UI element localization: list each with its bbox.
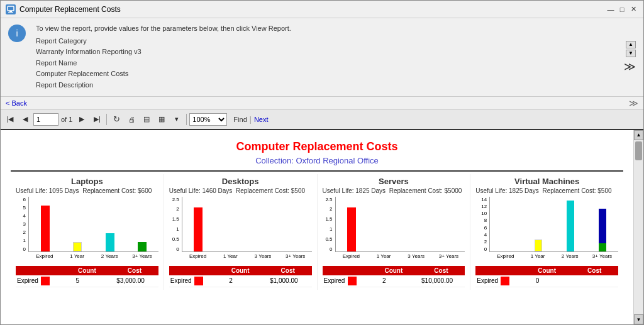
vms-bars <box>489 197 618 252</box>
page-number-input[interactable]: 1 <box>33 113 58 126</box>
x-label-expired: Expired <box>335 253 368 266</box>
count-header: Count <box>370 266 418 275</box>
x-label-1year: 1 Year <box>214 253 247 266</box>
laptops-cost: $3,000.00 <box>104 277 157 284</box>
report-content: Computer Replacement Costs Collection: O… <box>1 130 633 290</box>
scroll-up-arrow[interactable]: ▲ <box>626 41 636 48</box>
export-button[interactable]: ▾ <box>170 113 184 126</box>
report-title: Computer Replacement Costs <box>11 140 623 153</box>
zoom-select[interactable]: 100%75%150% <box>189 113 227 126</box>
desktops-title: Desktops <box>169 177 312 186</box>
view1-button[interactable]: ▤ <box>140 113 153 126</box>
servers-section: Servers Useful Life: 1825 Days Replaceme… <box>318 174 471 290</box>
x-label-2years: 2 Years <box>554 253 586 266</box>
desktops-table: Count Cost Expired 2 $1,000.00 <box>169 266 312 287</box>
expired-label: Expired <box>324 277 348 284</box>
app-icon <box>6 4 16 14</box>
scroll-arrows: ▲ ▼ <box>626 41 636 57</box>
first-page-button[interactable]: |◀ <box>3 113 17 126</box>
vms-section: Virtual Machines Useful Life: 1825 Days … <box>470 174 623 290</box>
last-page-button[interactable]: ▶| <box>90 113 104 126</box>
report-category-label: Report Category <box>36 36 291 47</box>
y-label: 14 <box>481 197 487 202</box>
x-label-2years: 2 Years <box>93 253 126 266</box>
svg-rect-0 <box>8 6 14 11</box>
close-button[interactable]: ✕ <box>628 4 638 14</box>
scroll-up[interactable]: ▲ <box>634 130 643 140</box>
y-label: 4 <box>484 232 487 238</box>
scroll-down-arrow[interactable]: ▼ <box>626 50 636 57</box>
desktops-bars <box>182 197 312 252</box>
scroll-thumb[interactable] <box>635 141 642 160</box>
info-right: ▲ ▼ ≫ <box>624 23 636 91</box>
x-label-3plus: 3+ Years <box>433 253 465 266</box>
back-row: < Back ≫ <box>1 97 643 110</box>
report-desc-label: Report Description <box>36 80 291 91</box>
next-label[interactable]: Next <box>254 116 269 123</box>
report-area: Computer Replacement Costs Collection: O… <box>1 130 643 324</box>
vms-count: 0 <box>511 277 564 284</box>
report-subtitle: Collection: Oxford Regional Office <box>11 156 623 165</box>
y-label: 12 <box>481 204 487 209</box>
x-label-3years: 3 Years <box>247 253 279 266</box>
y-label: 0 <box>176 246 179 252</box>
x-label-3plus: 3+ Years <box>586 253 618 266</box>
main-window: Computer Replacement Costs — □ ✕ i To vi… <box>0 0 644 325</box>
bar-group-1year <box>522 197 554 251</box>
refresh-button[interactable]: ↻ <box>109 113 123 126</box>
expired-swatch <box>194 277 203 285</box>
toolbar-sep-2 <box>186 114 187 125</box>
minimize-button[interactable]: — <box>606 4 616 14</box>
count-header: Count <box>216 266 264 275</box>
find-separator: | <box>250 115 252 124</box>
servers-y-axis: 2.5 2 1.5 1 0.5 0 <box>323 197 334 252</box>
vms-table-header: Count Cost <box>475 266 618 275</box>
y-label: 2 <box>176 206 179 212</box>
fold-icon[interactable]: ≫ <box>624 60 636 74</box>
info-message: To view the report, provide values for t… <box>36 23 291 35</box>
prev-page-button[interactable]: ◀ <box>18 113 32 126</box>
fold-icon-2[interactable]: ≫ <box>629 98 638 108</box>
expired-swatch <box>41 277 50 285</box>
y-label: 2.5 <box>325 197 332 202</box>
laptops-table-header: Count Cost <box>16 266 158 275</box>
find-area: Find | Next <box>233 115 268 124</box>
y-label: 1 <box>176 226 179 232</box>
laptops-info: Useful Life: 1095 Days Replacement Cost:… <box>16 187 158 194</box>
y-label: 0 <box>330 246 332 252</box>
cost-header: Cost <box>111 266 158 275</box>
cost-header: Cost <box>264 266 312 275</box>
view2-button[interactable]: ▦ <box>155 113 169 126</box>
laptops-title: Laptops <box>16 177 158 186</box>
bar-expired <box>347 207 356 251</box>
bar-group-3plus <box>279 197 311 251</box>
y-label: 10 <box>481 211 487 216</box>
laptops-table: Count Cost Expired 5 $3,000.00 <box>16 266 158 287</box>
y-label: 4 <box>23 213 26 219</box>
expired-label: Expired <box>17 277 41 284</box>
print-button[interactable]: 🖨 <box>125 113 138 126</box>
x-label-1year: 1 Year <box>61 253 94 266</box>
bar-2years <box>567 201 574 251</box>
maximize-button[interactable]: □ <box>617 4 627 14</box>
laptops-section: Laptops Useful Life: 1095 Days Replaceme… <box>11 174 164 290</box>
y-label: 3 <box>23 221 26 227</box>
x-label-3years: 3 Years <box>400 253 433 266</box>
y-label: 6 <box>23 197 26 202</box>
x-label-3years: 3+ Years <box>126 253 158 266</box>
servers-table: Count Cost Expired 2 $10,000.00 <box>323 266 465 287</box>
count-header: Count <box>64 266 111 275</box>
servers-bars <box>335 197 465 252</box>
back-link[interactable]: < Back <box>6 99 27 107</box>
bar-green <box>599 243 606 251</box>
bar-expired <box>41 206 50 251</box>
y-label: 1 <box>330 226 332 232</box>
y-label: 2 <box>330 206 332 212</box>
x-label-expired: Expired <box>28 253 61 266</box>
cost-header: Cost <box>570 266 618 275</box>
bar-group-1year <box>61 197 93 251</box>
scroll-down[interactable]: ▼ <box>634 314 643 324</box>
servers-table-row: Expired 2 $10,000.00 <box>323 275 465 287</box>
servers-info: Useful Life: 1825 Days Replacement Cost:… <box>323 187 465 194</box>
next-page-button[interactable]: ▶ <box>75 113 89 126</box>
